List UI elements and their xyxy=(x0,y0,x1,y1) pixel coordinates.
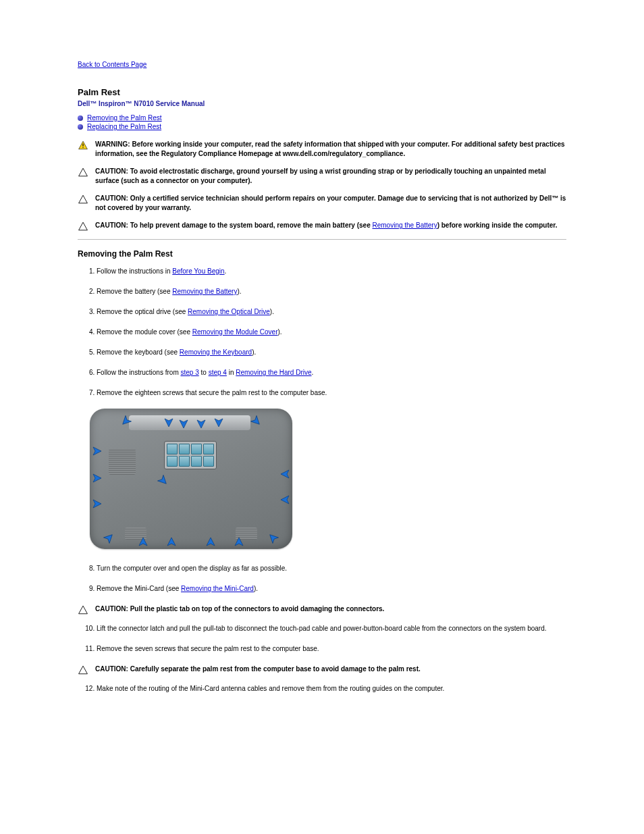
caution-pull-lead: CAUTION: xyxy=(95,605,130,613)
step: Remove the optical drive (see Removing t… xyxy=(97,307,566,317)
caution-esd-body: To avoid electrostatic discharge, ground… xyxy=(95,167,546,184)
step-text: Make note of the routing of the Mini-Car… xyxy=(97,685,444,692)
remove-steps-continued-3: Make note of the routing of the Mini-Car… xyxy=(78,684,566,694)
caution-separate-lead: CAUTION: xyxy=(95,665,130,673)
warning-icon xyxy=(78,140,88,150)
step: Turn the computer over and open the disp… xyxy=(97,564,566,573)
caution-esd-lead: CAUTION: xyxy=(95,167,130,175)
svg-marker-13 xyxy=(93,474,101,482)
svg-marker-11 xyxy=(251,416,263,427)
bullet-icon xyxy=(78,115,83,121)
warning-text: WARNING: Before working inside your comp… xyxy=(95,140,566,159)
arrow-icon xyxy=(233,536,245,548)
svg-marker-4 xyxy=(79,195,88,203)
caution-board-link[interactable]: Removing the Battery xyxy=(372,221,437,229)
caution-board-notice: CAUTION: To help prevent damage to the s… xyxy=(78,221,566,231)
svg-marker-5 xyxy=(79,222,88,230)
step-link[interactable]: Removing the Module Cover xyxy=(192,328,278,336)
caution-esd-text: CAUTION: To avoid electrostatic discharg… xyxy=(95,167,566,186)
laptop-base-diagram xyxy=(90,409,292,549)
step-text: Follow the instructions in xyxy=(97,267,172,275)
step-text: Remove the optical drive (see xyxy=(97,308,188,315)
warning-body: Before working inside your computer, rea… xyxy=(95,140,565,157)
caution-tech-text: CAUTION: Only a certified service techni… xyxy=(95,194,566,213)
step-link[interactable]: step 3 xyxy=(181,369,199,376)
remove-steps-continued: Turn the computer over and open the disp… xyxy=(78,564,566,594)
step-text: Remove the Mini-Card (see xyxy=(97,585,181,592)
svg-marker-21 xyxy=(235,538,243,546)
section-heading-remove: Removing the Palm Rest xyxy=(78,249,566,259)
step: Remove the battery (see Removing the Bat… xyxy=(97,287,566,296)
step-link[interactable]: Removing the Keyboard xyxy=(180,348,252,356)
vent-graphic xyxy=(109,449,136,475)
caution-esd-notice: CAUTION: To avoid electrostatic discharg… xyxy=(78,167,566,186)
svg-marker-18 xyxy=(139,538,147,546)
warning-lead: WARNING: xyxy=(95,140,132,148)
step-link[interactable]: Removing the Hard Drive xyxy=(236,369,311,376)
step-mid: in xyxy=(227,369,236,376)
step-text: Lift the connector latch and pull the pu… xyxy=(97,625,547,632)
separator xyxy=(78,239,566,240)
caution-board-text: CAUTION: To help prevent damage to the s… xyxy=(95,221,557,230)
step-suffix: ). xyxy=(237,288,241,295)
step-link[interactable]: Removing the Mini-Card xyxy=(181,585,254,592)
svg-marker-14 xyxy=(93,500,101,508)
svg-marker-17 xyxy=(104,532,115,544)
svg-rect-1 xyxy=(82,144,83,147)
svg-marker-19 xyxy=(167,538,176,546)
step-text: Remove the eighteen screws that secure t… xyxy=(97,389,327,396)
step: Remove the seven screws that secure the … xyxy=(97,644,566,654)
step-link[interactable]: step 4 xyxy=(209,369,227,376)
arrow-icon xyxy=(213,417,225,429)
arrow-icon xyxy=(91,472,103,484)
svg-marker-8 xyxy=(180,420,188,428)
arrow-icon xyxy=(248,413,265,429)
caution-icon xyxy=(78,167,88,177)
step-text: Turn the computer over and open the disp… xyxy=(97,565,287,572)
step: Follow the instructions from step 3 to s… xyxy=(97,368,566,377)
svg-marker-3 xyxy=(79,168,88,176)
step: Lift the connector latch and pull the pu… xyxy=(97,624,566,633)
step-link[interactable]: Removing the Optical Drive xyxy=(188,308,270,315)
step-suffix: ). xyxy=(254,585,258,592)
caution-separate-text: CAUTION: Carefully separate the palm res… xyxy=(95,664,421,674)
caution-board-suffix: ) before working inside the computer. xyxy=(437,221,558,229)
step-suffix: . xyxy=(225,267,227,275)
caution-board-lead: CAUTION: xyxy=(95,221,130,229)
remove-steps: Follow the instructions in Before You Be… xyxy=(78,267,566,398)
step: Follow the instructions in Before You Be… xyxy=(97,267,566,276)
arrow-icon xyxy=(205,536,217,548)
back-to-contents-link[interactable]: Back to Contents Page xyxy=(78,61,146,68)
battery-bay-graphic xyxy=(129,415,250,430)
svg-marker-16 xyxy=(281,496,289,504)
step-suffix: ). xyxy=(270,308,274,315)
step-suffix: ). xyxy=(277,328,281,336)
caution-icon xyxy=(78,604,88,615)
caution-pull-text: CAUTION: Pull the plastic tab on top of … xyxy=(95,604,384,614)
step-text: Remove the seven screws that secure the … xyxy=(97,645,319,652)
jump-link-removing[interactable]: Removing the Palm Rest xyxy=(87,114,162,122)
warning-notice: WARNING: Before working inside your comp… xyxy=(78,140,566,159)
svg-marker-15 xyxy=(281,470,289,478)
svg-marker-9 xyxy=(197,420,205,428)
memory-bay-graphic xyxy=(164,441,217,469)
arrow-icon xyxy=(91,445,103,457)
arrow-icon xyxy=(279,468,291,480)
svg-marker-10 xyxy=(215,419,223,427)
step-mid: to xyxy=(199,369,209,376)
caution-pull-notice: CAUTION: Pull the plastic tab on top of … xyxy=(78,604,566,615)
caution-icon xyxy=(78,194,88,204)
step-text: Remove the battery (see xyxy=(97,288,172,295)
svg-marker-22 xyxy=(267,532,279,544)
step-link[interactable]: Removing the Battery xyxy=(172,288,237,295)
caution-tech-prefix: Only a certified service technician shou… xyxy=(130,194,560,202)
svg-marker-23 xyxy=(158,475,169,487)
page-title: Palm Rest xyxy=(78,87,566,97)
step-link[interactable]: Before You Begin xyxy=(172,267,224,275)
caution-pull-body: Pull the plastic tab on top of the conne… xyxy=(130,605,385,613)
jump-link-replacing[interactable]: Replacing the Palm Rest xyxy=(87,123,161,130)
step-text: Remove the module cover (see xyxy=(97,328,192,336)
caution-icon xyxy=(78,221,88,231)
manual-title: Dell™ Inspiron™ N7010 Service Manual xyxy=(78,100,566,107)
svg-marker-12 xyxy=(93,447,101,455)
